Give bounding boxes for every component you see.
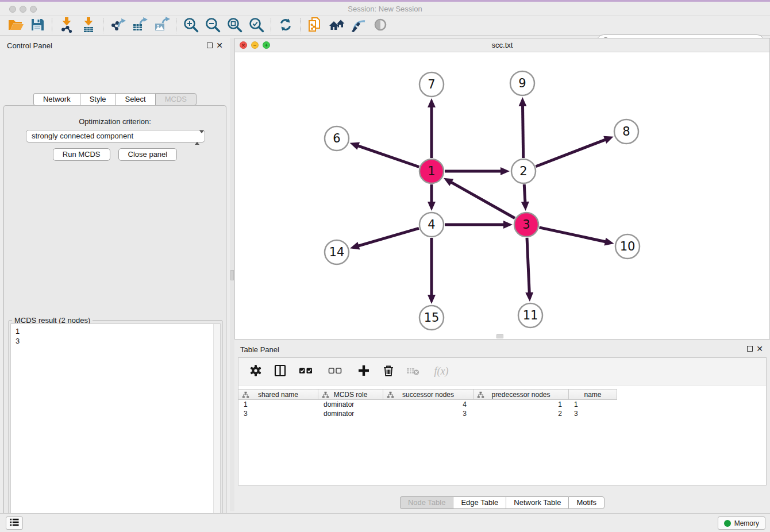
cell-name[interactable]: 3 [569,409,617,418]
gear-icon [249,364,263,380]
table-settings-button[interactable] [248,364,264,380]
result-scrollbar[interactable] [213,324,220,532]
tab-network[interactable]: Network [33,93,80,106]
document-network-button[interactable] [304,17,326,35]
edge-4-14[interactable] [357,228,419,246]
export-network-button[interactable] [107,17,129,35]
zoom-fit-button[interactable] [224,17,245,35]
run-mcds-button[interactable]: Run MCDS [53,148,110,161]
cell-shared-name[interactable]: 1 [238,400,318,409]
column-header-successor-nodes[interactable]: successor nodes [383,389,473,400]
node-label-1: 1 [428,164,435,178]
document-network-icon [306,16,324,36]
toolbar-separator [300,18,301,33]
zoom-out-button[interactable] [202,17,224,35]
node-label-11: 11 [523,309,538,322]
edge-3-1[interactable] [450,182,515,218]
column-header-name[interactable]: name [569,389,617,400]
delete-row-button[interactable] [380,364,396,380]
node-label-4: 4 [428,218,435,232]
network-canvas[interactable]: 7968124314101511 [235,52,769,339]
memory-button[interactable]: Memory [718,516,765,530]
table-close-icon[interactable]: ✕ [756,344,763,354]
show-columns-button[interactable] [272,364,288,380]
unselect-all-button[interactable] [326,364,347,380]
edge-2-9[interactable] [522,105,523,158]
table-row[interactable]: 3dominator323 [238,409,766,418]
column-header-shared-name[interactable]: shared name [238,389,318,400]
tab-network-table[interactable]: Network Table [506,496,568,509]
paintbrush-button[interactable] [348,17,369,35]
cell-mcds-role[interactable]: dominator [318,400,383,409]
save-session-button[interactable] [26,17,48,35]
table-row[interactable]: 1dominator411 [238,400,766,409]
mcds-panel-body: Optimization criterion: strongly connect… [3,105,226,532]
edge-1-6[interactable] [357,145,419,167]
zoom-selected-button[interactable] [245,17,267,35]
edge-arrowhead [503,221,513,229]
refresh-icon [277,16,294,36]
task-history-button[interactable] [6,516,23,530]
table-header-row: shared nameMCDS rolesuccessor nodesprede… [238,389,617,400]
import-network-button[interactable] [56,17,78,35]
export-image-button[interactable] [151,17,172,35]
tab-mcds[interactable]: MCDS [155,93,197,106]
tab-style[interactable]: Style [80,93,116,106]
table-float-icon[interactable] [747,346,753,352]
edge-arrowhead [350,242,360,249]
eye-icon [372,16,389,36]
unchecked-boxes-icon [328,364,346,380]
add-row-button[interactable] [356,364,372,380]
table-panel-title: Table Panel [240,345,279,354]
cell-predecessor-nodes[interactable]: 2 [473,409,569,418]
tab-node-table[interactable]: Node Table [400,496,453,509]
tab-edge-table[interactable]: Edge Table [453,496,506,509]
refresh-view-button[interactable] [275,17,297,35]
optimization-criterion-select[interactable]: strongly connected component [26,130,205,142]
edge-arrowhead [428,98,436,107]
tab-motifs[interactable]: Motifs [568,496,605,509]
cell-successor-nodes[interactable]: 3 [383,409,473,418]
mcds-result-area[interactable]: 13 [10,323,221,532]
cell-predecessor-nodes[interactable]: 1 [473,400,569,409]
cell-successor-nodes[interactable]: 4 [383,400,473,409]
eye-button[interactable] [369,17,391,35]
close-panel-button[interactable]: Close panel [118,148,178,161]
edge-2-8[interactable] [536,139,606,166]
table-panel: Table Panel ✕ [234,342,770,511]
export-table-button[interactable] [129,17,151,35]
close-panel-icon[interactable]: ✕ [216,40,223,51]
column-header-mcds-role[interactable]: MCDS role [318,389,383,400]
node-label-2: 2 [519,164,527,178]
vertical-splitter[interactable] [230,38,234,511]
select-all-button[interactable] [297,364,318,380]
edge-arrowhead [428,295,436,304]
splitter-handle[interactable] [230,270,234,280]
edge-3-11[interactable] [527,238,529,294]
cell-shared-name[interactable]: 3 [238,409,318,418]
cell-mcds-role[interactable]: dominator [318,409,383,418]
import-table-icon [80,16,97,36]
float-window-icon[interactable] [207,43,213,48]
houses-button[interactable] [326,17,348,35]
tab-select[interactable]: Select [116,93,155,106]
edge-3-10[interactable] [539,228,606,242]
column-label: MCDS role [334,391,368,399]
control-panel-tabs: NetworkStyleSelectMCDS [0,93,230,106]
cell-name[interactable]: 1 [569,400,617,409]
select-stepper-icon [195,132,201,144]
open-session-button[interactable] [5,17,26,35]
column-header-predecessor-nodes[interactable]: predecessor nodes [473,389,569,400]
selected-option: strongly connected component [32,132,133,140]
network-resize-handle[interactable] [496,334,503,338]
mcds-result-lines: 13 [11,324,220,348]
export-image-icon [153,16,170,36]
edge-2-3[interactable] [524,184,525,203]
delete-table-button [405,364,421,380]
zoom-in-button[interactable] [180,17,202,35]
node-label-8: 8 [622,125,630,138]
node-table-container: f(x) shared nameMCDS rolesuccessor nodes… [238,357,767,485]
column-type-icon [322,391,329,400]
import-table-button[interactable] [78,17,99,35]
status-bar: Memory [0,513,770,532]
